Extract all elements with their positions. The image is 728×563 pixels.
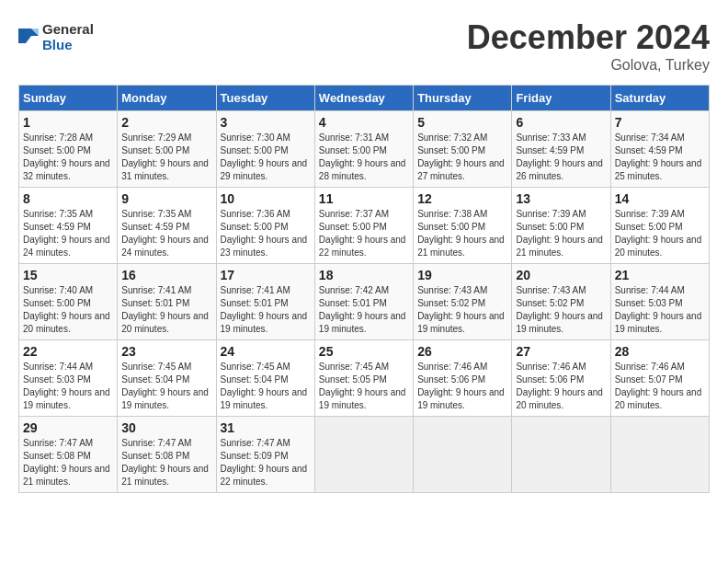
- dow-header-monday: Monday: [118, 86, 216, 111]
- day-number: 18: [319, 268, 409, 282]
- calendar-cell: 3Sunrise: 7:30 AMSunset: 5:00 PMDaylight…: [216, 111, 314, 188]
- day-info: Sunrise: 7:45 AMSunset: 5:04 PMDaylight:…: [121, 361, 211, 412]
- page-header: General Blue December 2024 Golova, Turke…: [18, 18, 710, 74]
- day-info: Sunrise: 7:44 AMSunset: 5:03 PMDaylight:…: [23, 361, 113, 412]
- calendar-cell: 21Sunrise: 7:44 AMSunset: 5:03 PMDayligh…: [610, 264, 709, 340]
- day-info: Sunrise: 7:35 AMSunset: 4:59 PMDaylight:…: [121, 208, 211, 259]
- logo-general-text: General: [42, 22, 94, 38]
- day-info: Sunrise: 7:46 AMSunset: 5:07 PMDaylight:…: [615, 361, 705, 412]
- day-info: Sunrise: 7:34 AMSunset: 4:59 PMDaylight:…: [615, 132, 705, 183]
- day-number: 23: [121, 344, 211, 359]
- day-number: 16: [121, 268, 211, 282]
- day-number: 7: [615, 115, 705, 130]
- day-info: Sunrise: 7:45 AMSunset: 5:04 PMDaylight:…: [221, 361, 311, 412]
- day-info: Sunrise: 7:43 AMSunset: 5:02 PMDaylight:…: [417, 284, 507, 336]
- day-info: Sunrise: 7:47 AMSunset: 5:09 PMDaylight:…: [221, 437, 311, 488]
- calendar-cell: 9Sunrise: 7:35 AMSunset: 4:59 PMDaylight…: [118, 188, 216, 264]
- days-of-week-row: SundayMondayTuesdayWednesdayThursdayFrid…: [19, 86, 710, 111]
- day-info: Sunrise: 7:46 AMSunset: 5:06 PMDaylight:…: [417, 361, 507, 412]
- day-number: 29: [23, 420, 113, 435]
- title-block: December 2024 Golova, Turkey: [467, 18, 710, 74]
- dow-header-sunday: Sunday: [19, 86, 118, 111]
- day-number: 1: [23, 115, 113, 130]
- calendar-cell: 23Sunrise: 7:45 AMSunset: 5:04 PMDayligh…: [118, 340, 216, 417]
- calendar-week-1: 1Sunrise: 7:28 AMSunset: 5:00 PMDaylight…: [19, 111, 710, 188]
- calendar-cell: [610, 417, 709, 493]
- calendar-cell: 12Sunrise: 7:38 AMSunset: 5:00 PMDayligh…: [414, 188, 512, 264]
- day-number: 31: [221, 420, 311, 435]
- day-info: Sunrise: 7:42 AMSunset: 5:01 PMDaylight:…: [319, 284, 409, 336]
- day-number: 20: [516, 268, 606, 282]
- day-number: 17: [221, 268, 311, 282]
- day-number: 6: [516, 115, 606, 130]
- day-info: Sunrise: 7:41 AMSunset: 5:01 PMDaylight:…: [121, 284, 211, 336]
- day-number: 11: [319, 191, 409, 206]
- day-info: Sunrise: 7:29 AMSunset: 5:00 PMDaylight:…: [121, 132, 211, 183]
- calendar-cell: [414, 417, 512, 493]
- calendar-cell: 24Sunrise: 7:45 AMSunset: 5:04 PMDayligh…: [216, 340, 314, 417]
- calendar-week-5: 29Sunrise: 7:47 AMSunset: 5:08 PMDayligh…: [19, 417, 710, 493]
- day-info: Sunrise: 7:47 AMSunset: 5:08 PMDaylight:…: [23, 437, 113, 488]
- day-info: Sunrise: 7:33 AMSunset: 4:59 PMDaylight:…: [516, 132, 606, 183]
- location-subtitle: Golova, Turkey: [467, 57, 710, 74]
- calendar-cell: 7Sunrise: 7:34 AMSunset: 4:59 PMDaylight…: [610, 111, 709, 188]
- logo-bird-icon: [18, 25, 39, 51]
- day-info: Sunrise: 7:47 AMSunset: 5:08 PMDaylight:…: [121, 437, 211, 488]
- day-number: 14: [615, 191, 705, 206]
- calendar-cell: 17Sunrise: 7:41 AMSunset: 5:01 PMDayligh…: [216, 264, 314, 340]
- dow-header-saturday: Saturday: [610, 86, 709, 111]
- day-number: 19: [417, 268, 507, 282]
- day-info: Sunrise: 7:45 AMSunset: 5:05 PMDaylight:…: [319, 361, 409, 412]
- calendar-cell: 15Sunrise: 7:40 AMSunset: 5:00 PMDayligh…: [19, 264, 118, 340]
- dow-header-tuesday: Tuesday: [216, 86, 314, 111]
- dow-header-thursday: Thursday: [414, 86, 512, 111]
- calendar-cell: 11Sunrise: 7:37 AMSunset: 5:00 PMDayligh…: [314, 188, 413, 264]
- calendar-cell: 29Sunrise: 7:47 AMSunset: 5:08 PMDayligh…: [19, 417, 118, 493]
- day-info: Sunrise: 7:31 AMSunset: 5:00 PMDaylight:…: [319, 132, 409, 183]
- month-title: December 2024: [467, 18, 710, 57]
- calendar-cell: 10Sunrise: 7:36 AMSunset: 5:00 PMDayligh…: [216, 188, 314, 264]
- day-number: 4: [319, 115, 409, 130]
- calendar-cell: 20Sunrise: 7:43 AMSunset: 5:02 PMDayligh…: [512, 264, 610, 340]
- calendar-cell: [314, 417, 413, 493]
- day-info: Sunrise: 7:38 AMSunset: 5:00 PMDaylight:…: [417, 208, 507, 259]
- day-number: 24: [221, 344, 311, 359]
- day-info: Sunrise: 7:41 AMSunset: 5:01 PMDaylight:…: [221, 284, 311, 336]
- day-info: Sunrise: 7:35 AMSunset: 4:59 PMDaylight:…: [23, 208, 113, 259]
- calendar-cell: 16Sunrise: 7:41 AMSunset: 5:01 PMDayligh…: [118, 264, 216, 340]
- calendar-cell: 4Sunrise: 7:31 AMSunset: 5:00 PMDaylight…: [314, 111, 413, 188]
- calendar-cell: 13Sunrise: 7:39 AMSunset: 5:00 PMDayligh…: [512, 188, 610, 264]
- calendar-cell: 18Sunrise: 7:42 AMSunset: 5:01 PMDayligh…: [314, 264, 413, 340]
- day-info: Sunrise: 7:39 AMSunset: 5:00 PMDaylight:…: [615, 208, 705, 259]
- calendar-week-3: 15Sunrise: 7:40 AMSunset: 5:00 PMDayligh…: [19, 264, 710, 340]
- day-info: Sunrise: 7:44 AMSunset: 5:03 PMDaylight:…: [615, 284, 705, 336]
- day-info: Sunrise: 7:37 AMSunset: 5:00 PMDaylight:…: [319, 208, 409, 259]
- day-number: 12: [417, 191, 507, 206]
- day-number: 15: [23, 268, 113, 282]
- calendar-cell: 30Sunrise: 7:47 AMSunset: 5:08 PMDayligh…: [118, 417, 216, 493]
- day-number: 5: [417, 115, 507, 130]
- calendar-cell: 22Sunrise: 7:44 AMSunset: 5:03 PMDayligh…: [19, 340, 118, 417]
- day-number: 8: [23, 191, 113, 206]
- calendar-cell: 19Sunrise: 7:43 AMSunset: 5:02 PMDayligh…: [414, 264, 512, 340]
- day-number: 26: [417, 344, 507, 359]
- day-number: 21: [615, 268, 705, 282]
- calendar-cell: 6Sunrise: 7:33 AMSunset: 4:59 PMDaylight…: [512, 111, 610, 188]
- day-number: 27: [516, 344, 606, 359]
- calendar-cell: 25Sunrise: 7:45 AMSunset: 5:05 PMDayligh…: [314, 340, 413, 417]
- calendar-cell: 5Sunrise: 7:32 AMSunset: 5:00 PMDaylight…: [414, 111, 512, 188]
- day-info: Sunrise: 7:36 AMSunset: 5:00 PMDaylight:…: [221, 208, 311, 259]
- calendar-cell: 8Sunrise: 7:35 AMSunset: 4:59 PMDaylight…: [19, 188, 118, 264]
- calendar-cell: [512, 417, 610, 493]
- dow-header-wednesday: Wednesday: [314, 86, 413, 111]
- day-number: 3: [221, 115, 311, 130]
- calendar-cell: 1Sunrise: 7:28 AMSunset: 5:00 PMDaylight…: [19, 111, 118, 188]
- day-number: 9: [121, 191, 211, 206]
- calendar-week-2: 8Sunrise: 7:35 AMSunset: 4:59 PMDaylight…: [19, 188, 710, 264]
- day-number: 22: [23, 344, 113, 359]
- calendar-cell: 14Sunrise: 7:39 AMSunset: 5:00 PMDayligh…: [610, 188, 709, 264]
- day-info: Sunrise: 7:28 AMSunset: 5:00 PMDaylight:…: [23, 132, 113, 183]
- day-number: 30: [121, 420, 211, 435]
- day-info: Sunrise: 7:46 AMSunset: 5:06 PMDaylight:…: [516, 361, 606, 412]
- day-number: 10: [221, 191, 311, 206]
